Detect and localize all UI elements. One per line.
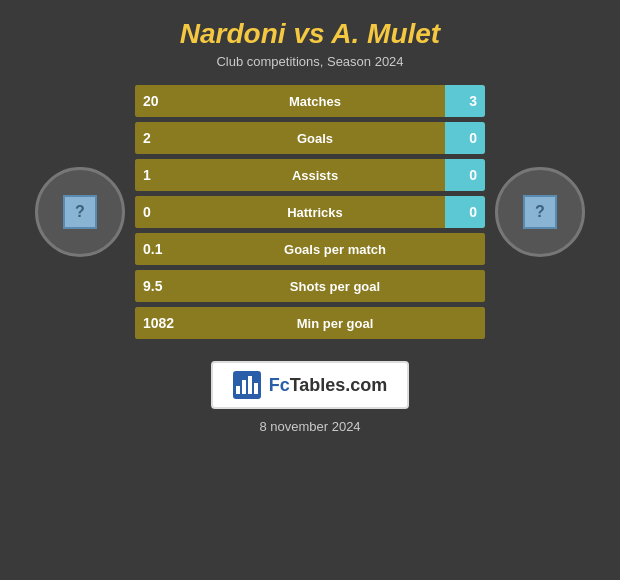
main-title: Nardoni vs A. Mulet (10, 18, 610, 50)
stat-left-goals: 2 (135, 122, 185, 154)
stat-left-shots-per-goal: 9.5 (135, 270, 185, 302)
stat-left-goals-per-match: 0.1 (135, 233, 185, 265)
stat-label-goals: Goals (185, 122, 445, 154)
stat-row-matches: 20 Matches 3 (135, 85, 485, 117)
logo-bar-1 (236, 386, 240, 394)
stat-row-hattricks: 0 Hattricks 0 (135, 196, 485, 228)
stat-right-goals: 0 (445, 122, 485, 154)
stat-right-hattricks: 0 (445, 196, 485, 228)
stat-left-assists: 1 (135, 159, 185, 191)
subtitle: Club competitions, Season 2024 (10, 54, 610, 69)
stat-left-min-per-goal: 1082 (135, 307, 185, 339)
left-avatar: ? (35, 167, 125, 257)
logo-fc: Fc (269, 375, 290, 395)
date-footer: 8 november 2024 (259, 419, 360, 434)
stat-label-hattricks: Hattricks (185, 196, 445, 228)
stat-right-assists: 0 (445, 159, 485, 191)
logo-bar-2 (242, 380, 246, 394)
right-avatar: ? (495, 167, 585, 257)
header: Nardoni vs A. Mulet Club competitions, S… (0, 0, 620, 75)
logo-text: FcTables.com (269, 375, 388, 396)
stat-left-matches: 20 (135, 85, 185, 117)
left-avatar-placeholder: ? (63, 195, 97, 229)
stat-label-matches: Matches (185, 85, 445, 117)
footer-logo: FcTables.com (211, 361, 410, 409)
stat-label-shots-per-goal: Shots per goal (185, 270, 485, 302)
logo-bar-4 (254, 383, 258, 394)
stat-label-min-per-goal: Min per goal (185, 307, 485, 339)
stat-row-assists: 1 Assists 0 (135, 159, 485, 191)
logo-tables: Tables.com (290, 375, 388, 395)
stat-label-goals-per-match: Goals per match (185, 233, 485, 265)
right-avatar-placeholder: ? (523, 195, 557, 229)
stat-row-min-per-goal: 1082 Min per goal (135, 307, 485, 339)
stat-label-assists: Assists (185, 159, 445, 191)
stats-container: 20 Matches 3 2 Goals 0 1 Assists 0 0 Hat… (135, 85, 485, 339)
stat-row-goals-per-match: 0.1 Goals per match (135, 233, 485, 265)
stat-right-matches: 3 (445, 85, 485, 117)
logo-bars (236, 376, 258, 394)
logo-icon (233, 371, 261, 399)
content-area: ? 20 Matches 3 2 Goals 0 1 Assists 0 0 H… (0, 75, 620, 349)
logo-bar-3 (248, 376, 252, 394)
stat-row-goals: 2 Goals 0 (135, 122, 485, 154)
stat-left-hattricks: 0 (135, 196, 185, 228)
stat-row-shots-per-goal: 9.5 Shots per goal (135, 270, 485, 302)
